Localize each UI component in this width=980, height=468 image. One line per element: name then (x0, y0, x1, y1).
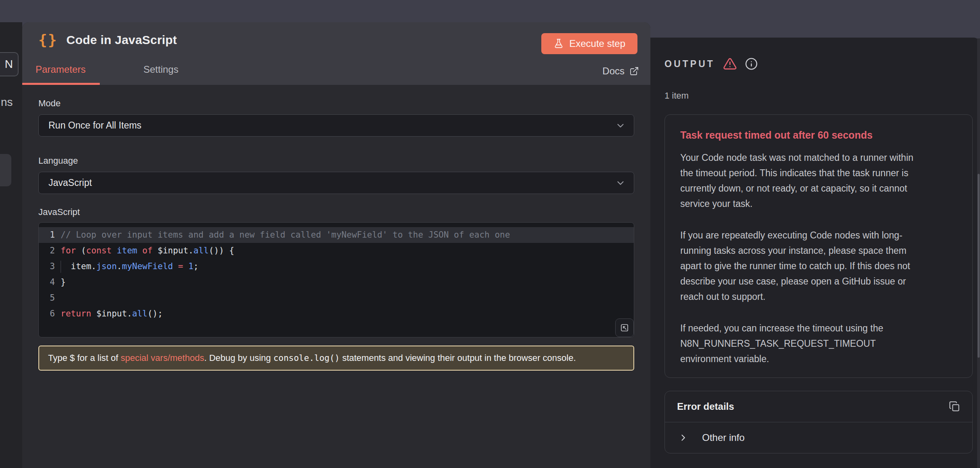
output-title: OUTPUT (665, 59, 715, 70)
other-info-label: Other info (702, 432, 744, 443)
error-paragraph: If needed, you can increase the timeout … (680, 320, 923, 367)
mode-select[interactable]: Run Once for All Items (38, 114, 634, 137)
error-details-title: Error details (677, 401, 734, 412)
canvas-node-partial[interactable]: N (0, 52, 19, 76)
docs-link[interactable]: Docs (602, 65, 639, 77)
code-editor[interactable]: 1// Loop over input items and add a new … (38, 222, 634, 337)
active-tab-underline (22, 83, 100, 85)
line-number: 5 (39, 290, 55, 306)
scrollbar-thumb[interactable] (978, 174, 980, 358)
line-number: 2 (39, 243, 55, 259)
external-link-icon (629, 66, 639, 76)
canvas-node-label: N (5, 58, 13, 71)
code-line[interactable]: 6return $input.all(); (39, 306, 634, 322)
flask-icon (553, 38, 564, 49)
expand-icon (620, 323, 629, 333)
line-number: 3 (39, 259, 55, 274)
line-number: 1 (39, 227, 55, 243)
canvas-shape-partial (0, 154, 11, 186)
execute-step-button[interactable]: Execute step (541, 33, 637, 54)
hint-text: statements and viewing their output in t… (340, 353, 576, 363)
hint-text: . Debug by using (204, 353, 273, 363)
language-label: Language (38, 156, 634, 166)
chevron-down-icon (615, 178, 626, 188)
error-title: Task request timed out after 60 seconds (680, 129, 957, 141)
line-number: 4 (39, 274, 55, 290)
error-message-card: Task request timed out after 60 seconds … (665, 114, 973, 378)
editor-hint: Type $ for a list of special vars/method… (38, 346, 634, 371)
line-number: 6 (39, 306, 55, 322)
alert-triangle-icon[interactable] (723, 57, 737, 71)
copy-button[interactable] (949, 401, 960, 412)
hint-text: Type $ for a list of (48, 353, 121, 363)
items-count: 1 item (665, 91, 973, 101)
curly-braces-icon: {} (38, 33, 57, 47)
execute-step-label: Execute step (569, 38, 625, 49)
tab-bar: Parameters Settings Docs (22, 60, 650, 85)
canvas-text-partial: ns (1, 96, 13, 109)
language-select[interactable]: JavaScript (38, 172, 634, 194)
tab-parameters[interactable]: Parameters (36, 64, 86, 85)
mode-value: Run Once for All Items (48, 120, 141, 131)
language-value: JavaScript (48, 177, 92, 188)
error-paragraph: Your Code node task was not matched to a… (680, 150, 923, 211)
error-details-card: Error details Other info (665, 391, 973, 453)
chevron-down-icon (615, 120, 626, 131)
error-paragraph: If you are repeatedly executing Code nod… (680, 228, 923, 304)
code-field-label: JavaScript (38, 207, 634, 217)
hint-code: console.log() (273, 353, 340, 363)
code-line[interactable]: 1// Loop over input items and add a new … (39, 227, 634, 243)
canvas-backdrop: N ns (0, 22, 22, 468)
panel-header: {} Code in JavaScript Execute step Param… (22, 22, 650, 85)
info-circle-icon[interactable] (745, 57, 758, 70)
output-panel: OUTPUT 1 item Task request timed out aft… (650, 38, 980, 468)
other-info-toggle[interactable]: Other info (665, 422, 972, 453)
code-line[interactable]: 4} (39, 274, 634, 290)
node-title: Code in JavaScript (66, 33, 177, 47)
copy-icon (949, 401, 960, 412)
chevron-right-icon (679, 433, 688, 442)
output-header: OUTPUT (665, 38, 973, 71)
expand-editor-button[interactable] (615, 318, 634, 337)
tab-settings[interactable]: Settings (143, 64, 179, 85)
node-settings-panel: {} Code in JavaScript Execute step Param… (22, 22, 650, 468)
code-line[interactable]: 5 (39, 290, 634, 306)
docs-label: Docs (602, 65, 625, 77)
code-line[interactable]: 3item.json.myNewField = 1; (39, 259, 634, 274)
code-line[interactable]: 2for (const item of $input.all()) { (39, 243, 634, 259)
special-vars-link[interactable]: special vars/methods (121, 353, 204, 363)
parameters-form: Mode Run Once for All Items Language Jav… (22, 85, 650, 371)
mode-label: Mode (38, 98, 634, 109)
